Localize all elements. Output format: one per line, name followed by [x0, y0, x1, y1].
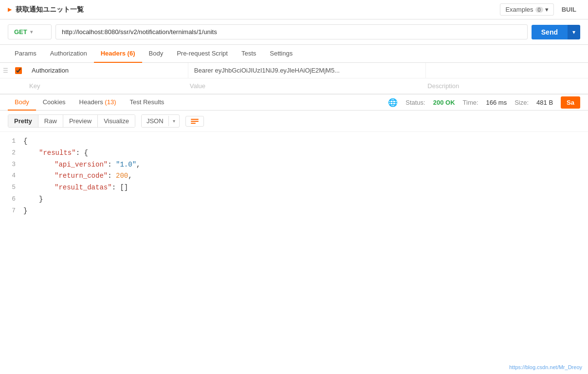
url-input[interactable] — [55, 24, 528, 39]
expand-arrow-icon[interactable]: ▶ — [8, 7, 12, 12]
examples-button[interactable]: Examples 0 ▾ — [500, 3, 553, 16]
examples-chevron-icon: ▾ — [545, 6, 549, 13]
send-button[interactable]: Send — [532, 25, 568, 39]
status-value: 200 OK — [433, 99, 455, 106]
json-viewer: 1 { 2 "results": { 3 "api_version": "1.0… — [0, 132, 588, 221]
tab-tests[interactable]: Tests — [235, 45, 263, 63]
wrap-lines-button[interactable] — [185, 116, 204, 127]
send-btn-group: Send ▾ — [532, 25, 580, 39]
header-key-cell[interactable]: Authorization — [26, 63, 188, 78]
json-line-2: 2 "results": { — [0, 148, 588, 159]
json-format-chevron-icon[interactable]: ▾ — [168, 116, 179, 126]
time-value: 166 ms — [486, 99, 507, 106]
wrap-icon — [191, 119, 199, 124]
json-line-4: 4 "return_code": 200, — [0, 170, 588, 182]
table-row: ☰ Authorization Bearer eyJhbGciOiJIUzI1N… — [0, 63, 588, 78]
tab-authorization[interactable]: Authorization — [43, 45, 94, 63]
examples-label: Examples — [505, 6, 533, 13]
save-button[interactable]: Sa — [561, 96, 580, 109]
json-line-5: 5 "result_datas": [] — [0, 182, 588, 194]
line-number: 2 — [0, 148, 23, 158]
header-description-cell[interactable] — [426, 67, 588, 75]
tab-prerequest[interactable]: Pre-request Script — [170, 45, 235, 63]
url-bar: GET ▾ Send ▾ — [0, 19, 588, 45]
send-dropdown-button[interactable]: ▾ — [568, 25, 580, 39]
response-tabs: Body Cookies Headers (13) Test Results 🌐… — [0, 94, 588, 111]
line-content: { — [23, 136, 588, 148]
format-pretty-button[interactable]: Pretty — [8, 115, 38, 127]
header-enabled-checkbox[interactable] — [15, 67, 22, 74]
status-label: Status: — [405, 99, 425, 106]
value-placeholder: Value — [184, 82, 422, 90]
request-tabs: Params Authorization Headers (6) Body Pr… — [0, 45, 588, 63]
format-raw-button[interactable]: Raw — [38, 115, 63, 127]
drag-handle-icon[interactable]: ☰ — [0, 63, 11, 78]
json-line-3: 3 "api_version": "1.0", — [0, 159, 588, 171]
json-line-1: 1 { — [0, 136, 588, 148]
response-tab-test-results[interactable]: Test Results — [123, 94, 171, 111]
line-number: 7 — [0, 206, 23, 216]
size-value: 481 B — [536, 99, 553, 106]
json-format-label: JSON — [142, 115, 168, 127]
tab-headers[interactable]: Headers (6) — [94, 45, 142, 63]
json-line-7: 7 } — [0, 206, 588, 217]
method-selector[interactable]: GET ▾ — [8, 24, 52, 39]
size-label: Size: — [514, 99, 529, 106]
line-number: 6 — [0, 194, 23, 205]
header-checkbox-cell[interactable] — [11, 63, 26, 78]
top-bar: ▶ 获取通知ユニット一覧 Examples 0 ▾ BUIL — [0, 0, 588, 19]
description-placeholder: Description — [422, 82, 582, 90]
line-content: "results": { — [23, 148, 588, 159]
line-number: 4 — [0, 170, 23, 181]
response-tab-cookies[interactable]: Cookies — [36, 94, 73, 111]
line-content: "api_version": "1.0", — [23, 159, 588, 171]
method-chevron-icon: ▾ — [30, 29, 33, 35]
time-label: Time: — [463, 99, 478, 106]
tab-settings[interactable]: Settings — [263, 45, 299, 63]
tab-params[interactable]: Params — [8, 45, 43, 63]
key-placeholder: Key — [29, 82, 184, 90]
response-tab-body[interactable]: Body — [8, 94, 36, 111]
globe-icon[interactable]: 🌐 — [388, 98, 398, 107]
header-value-cell[interactable]: Bearer eyJhbGciOiJIUzI1NiJ9.eyJleHAiOjE2… — [188, 63, 426, 78]
headers-table: ☰ Authorization Bearer eyJhbGciOiJIUzI1N… — [0, 63, 588, 94]
method-label: GET — [14, 28, 27, 36]
examples-count-badge: 0 — [535, 7, 543, 13]
json-format-selector[interactable]: JSON ▾ — [141, 114, 180, 128]
line-number: 1 — [0, 136, 23, 147]
title-text: 获取通知ユニット一覧 — [16, 5, 84, 14]
response-status-area: 🌐 Status: 200 OK Time: 166 ms Size: 481 … — [388, 96, 580, 109]
line-content: "return_code": 200, — [23, 170, 588, 182]
response-body-toolbar: Pretty Raw Preview Visualize JSON ▾ — [0, 111, 588, 132]
json-line-6: 6 } — [0, 194, 588, 206]
line-content: } — [23, 194, 588, 206]
line-content: "result_datas": [] — [23, 182, 588, 194]
format-preview-button[interactable]: Preview — [63, 115, 98, 127]
line-content: } — [23, 206, 588, 217]
build-button[interactable]: BUIL — [558, 4, 580, 15]
page-title: ▶ 获取通知ユニット一覧 — [8, 5, 84, 14]
response-tab-headers[interactable]: Headers (13) — [73, 94, 123, 111]
line-number: 5 — [0, 182, 23, 193]
tab-body[interactable]: Body — [142, 45, 170, 63]
line-number: 3 — [0, 159, 23, 170]
header-placeholder-row: Key Value Description — [0, 78, 588, 94]
format-button-group: Pretty Raw Preview Visualize — [8, 114, 135, 128]
top-bar-actions: Examples 0 ▾ BUIL — [500, 3, 580, 16]
format-visualize-button[interactable]: Visualize — [98, 115, 135, 127]
